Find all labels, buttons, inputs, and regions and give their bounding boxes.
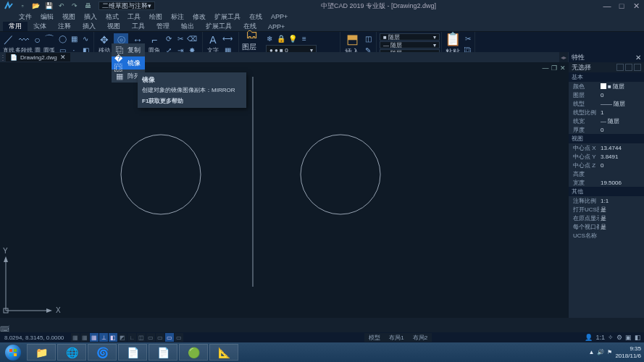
status-mode-7[interactable]: ◫ xyxy=(137,333,146,342)
document-tab[interactable]: 📄 Drawing2.dwg ✕ xyxy=(6,53,70,62)
layer-match-icon[interactable]: ≡ xyxy=(299,33,309,43)
ribbon-tab-输出[interactable]: 输出 xyxy=(175,22,200,31)
tray-volume-icon[interactable]: 🔊 xyxy=(597,349,604,355)
quickselect-icon[interactable] xyxy=(616,64,624,71)
menu-插入[interactable]: 插入 xyxy=(80,12,101,22)
minimize-button[interactable]: — xyxy=(602,1,612,10)
prop-row[interactable]: 打开UCS图标是 xyxy=(569,205,644,214)
pickadd-icon[interactable] xyxy=(625,64,632,71)
prop-row[interactable]: 线型比例1 xyxy=(569,108,644,117)
spline-icon[interactable]: ∿ xyxy=(80,33,91,43)
hatch-icon[interactable]: ▦ xyxy=(69,33,79,43)
taskbar-app-2[interactable]: 🌀 xyxy=(88,344,117,361)
rotate-icon[interactable]: ⟳ xyxy=(164,33,174,43)
prop-row[interactable]: 每个视口都显示 …是 xyxy=(569,222,644,231)
dim-icon[interactable]: ⟷ xyxy=(222,33,233,43)
status-mode-4[interactable]: ◧ xyxy=(109,333,117,342)
selobj-icon[interactable] xyxy=(634,64,641,71)
status-right-4[interactable]: ▣ xyxy=(625,334,632,341)
nav-handle-icon[interactable]: ◂▸ xyxy=(559,52,568,62)
status-mode-2[interactable]: ▦ xyxy=(90,333,99,342)
ellipse-icon[interactable]: ◯ xyxy=(57,33,67,43)
layout-tab-布局1[interactable]: 布局1 xyxy=(385,333,408,342)
taskbar-app-4[interactable]: 📄 xyxy=(149,344,177,361)
circle-0[interactable] xyxy=(121,135,201,214)
status-mode-3[interactable]: ⊥ xyxy=(99,333,108,342)
layer-freeze-icon[interactable]: ❄ xyxy=(264,33,275,43)
create-block-icon[interactable]: ◫ xyxy=(363,33,373,43)
menu-标注[interactable]: 标注 xyxy=(167,12,188,22)
qat-print-icon[interactable]: 🖶 xyxy=(83,1,93,11)
workspace-combo[interactable]: 二维草图与注释 ▾ xyxy=(99,1,155,10)
canvas[interactable]: X Y xyxy=(0,62,569,318)
prop-row[interactable]: 颜色 ■ 随层 xyxy=(569,82,644,90)
menu-绘图[interactable]: 绘图 xyxy=(145,12,167,22)
ribbon-tab-扩展工具[interactable]: 扩展工具 xyxy=(200,22,238,31)
taskbar-app-6[interactable]: 📐 xyxy=(209,344,238,361)
qat-undo-icon[interactable]: ↶ xyxy=(57,1,67,11)
status-right-5[interactable]: ◧ xyxy=(635,334,641,341)
menu-文件[interactable]: 文件 xyxy=(14,12,36,22)
status-mode-8[interactable]: ▭ xyxy=(146,333,155,342)
prop-row[interactable]: 中心点 Y3.8491 xyxy=(569,152,644,161)
prop-row[interactable]: 宽度19.5006 xyxy=(569,178,644,187)
ribbon-tab-常用[interactable]: 常用 xyxy=(3,22,28,31)
start-button[interactable] xyxy=(0,342,26,362)
ribbon-tab-APP+[interactable]: APP+ xyxy=(262,23,290,30)
layer-off-icon[interactable]: 💡 xyxy=(288,33,298,43)
taskbar-app-5[interactable]: 🟢 xyxy=(179,344,208,361)
status-mode-10[interactable]: ▭ xyxy=(165,333,174,342)
dropdown-item-镜像[interactable]: �⿴镜像 xyxy=(112,56,145,70)
doc-handle-icon[interactable]: ⋮ xyxy=(0,53,6,62)
tray-up-icon[interactable]: ▲ xyxy=(588,349,594,355)
menu-在线[interactable]: 在线 xyxy=(245,12,267,22)
prop-row[interactable]: 中心点 X13.4744 xyxy=(569,143,644,152)
prop-section-基本[interactable]: 基本 xyxy=(569,72,644,82)
prop-row[interactable]: 高度 xyxy=(569,169,644,178)
erase-icon[interactable]: ⌫ xyxy=(187,33,197,43)
ribbon-tab-管理[interactable]: 管理 xyxy=(151,22,175,31)
taskbar-app-3[interactable]: 📄 xyxy=(118,344,147,361)
properties-close-icon[interactable]: ✕ xyxy=(635,54,641,62)
prop-row[interactable]: UCS名称 xyxy=(569,231,644,240)
qat-save-icon[interactable]: 💾 xyxy=(43,1,54,11)
status-mode-0[interactable]: ▦ xyxy=(71,333,80,342)
menu-扩展工具[interactable]: 扩展工具 xyxy=(210,12,245,22)
doctab-close-icon[interactable]: ✕ xyxy=(60,54,66,61)
status-right-1[interactable]: 1:1 xyxy=(595,334,605,341)
prop-section-视图[interactable]: 视图 xyxy=(569,134,644,143)
menu-修改[interactable]: 修改 xyxy=(188,12,210,22)
ribbon-tab-视图[interactable]: 视图 xyxy=(101,22,126,31)
prop-row[interactable]: 在原点显示 UCS…是 xyxy=(569,214,644,222)
menu-编辑[interactable]: 编辑 xyxy=(36,12,58,22)
status-mode-1[interactable]: ▦ xyxy=(80,333,89,342)
color-combo[interactable]: ■ 随层▾ xyxy=(380,33,440,41)
drawing-area[interactable]: — ❐ ✕ X Y xyxy=(0,62,569,318)
status-mode-11[interactable]: ▭ xyxy=(175,333,183,342)
status-right-0[interactable]: 👤 xyxy=(585,334,593,341)
taskbar-app-0[interactable]: 📁 xyxy=(27,344,56,361)
clock[interactable]: 9:35 2018/11/6 xyxy=(615,345,641,360)
prop-row[interactable]: 厚度0 xyxy=(569,125,644,134)
prop-row[interactable]: 中心点 Z0 xyxy=(569,161,644,169)
status-right-3[interactable]: ⚙ xyxy=(616,334,622,341)
menu-APP+[interactable]: APP+ xyxy=(267,13,292,20)
menu-视图[interactable]: 视图 xyxy=(58,12,80,22)
layer-lock-icon[interactable]: 🔒 xyxy=(276,33,286,43)
qat-open-icon[interactable]: 📂 xyxy=(30,1,41,11)
circle-1[interactable] xyxy=(301,135,380,214)
status-mode-9[interactable]: ▭ xyxy=(156,333,164,342)
close-button[interactable]: ✕ xyxy=(631,1,641,10)
ribbon-tab-注释[interactable]: 注释 xyxy=(52,22,77,31)
prop-row[interactable]: 注释比例1:1 xyxy=(569,196,644,205)
prop-section-其他[interactable]: 其他 xyxy=(569,187,644,196)
prop-row[interactable]: 图层0 xyxy=(569,90,644,99)
tray-flag-icon[interactable]: ⚑ xyxy=(607,349,612,355)
status-right-2[interactable]: ✧ xyxy=(608,334,614,341)
ribbon-tab-工具[interactable]: 工具 xyxy=(126,22,151,31)
cut-icon[interactable]: ✂ xyxy=(463,33,473,43)
prop-row[interactable]: 线型—— 随层 xyxy=(569,99,644,108)
status-mode-6[interactable]: ∟ xyxy=(127,333,136,342)
status-mode-5[interactable]: ◩ xyxy=(118,333,127,342)
layout-tab-布局2[interactable]: 布局2 xyxy=(409,333,432,342)
